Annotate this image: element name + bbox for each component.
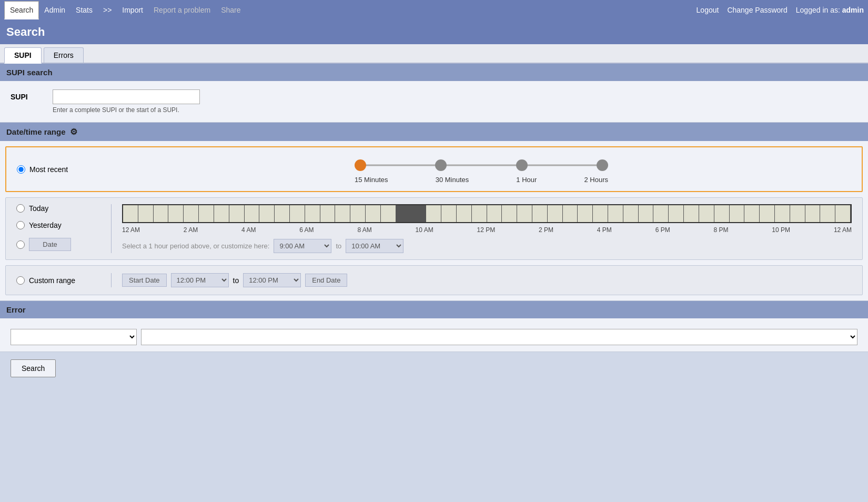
- timeline-segment[interactable]: [669, 205, 684, 222]
- most-recent-radio[interactable]: [17, 165, 25, 174]
- timeline-segment[interactable]: [760, 205, 775, 222]
- timeline-segment[interactable]: [805, 205, 821, 222]
- timeline-segment[interactable]: [290, 205, 305, 222]
- nav-stats[interactable]: Stats: [70, 2, 98, 18]
- timeline-segment[interactable]: [396, 205, 411, 222]
- timeline-segment[interactable]: [790, 205, 805, 222]
- timeline-segment[interactable]: [320, 205, 336, 222]
- end-date-button[interactable]: End Date: [305, 274, 347, 287]
- timeline-segment[interactable]: [229, 205, 245, 222]
- yesterday-label[interactable]: Yesterday: [16, 221, 111, 229]
- time-to-select[interactable]: 10:00 AM: [346, 239, 403, 253]
- timeline-segment[interactable]: [275, 205, 290, 222]
- username-display: admin: [842, 6, 864, 14]
- timeline-segment[interactable]: [593, 205, 608, 222]
- time-from-select[interactable]: 9:00 AM: [274, 239, 331, 253]
- timeline-segment[interactable]: [441, 205, 457, 222]
- slider-dot-1[interactable]: [435, 159, 447, 171]
- timeline-segment[interactable]: [457, 205, 472, 222]
- date-content-col: 12 AM2 AM4 AM6 AM8 AM10 AM12 PM2 PM4 PM6…: [111, 204, 852, 253]
- slider-dot-0[interactable]: [355, 159, 366, 171]
- slider-dot-2[interactable]: [516, 159, 528, 171]
- timeline-label: 8 AM: [357, 226, 371, 234]
- nav-search[interactable]: Search: [4, 1, 39, 19]
- timeline-segment[interactable]: [835, 205, 851, 222]
- nav-import[interactable]: Import: [117, 2, 148, 18]
- timeline-label: 6 PM: [655, 226, 670, 234]
- error-select-2[interactable]: [141, 329, 857, 345]
- supi-input[interactable]: [53, 89, 200, 104]
- timeline-segment[interactable]: [517, 205, 532, 222]
- date-button[interactable]: Date: [29, 238, 71, 251]
- timeline-segment[interactable]: [684, 205, 699, 222]
- custom-range-radio[interactable]: [16, 276, 25, 285]
- timeline-segment[interactable]: [730, 205, 745, 222]
- slider-dot-3[interactable]: [597, 159, 608, 171]
- datetime-header: Date/time range ⚙: [0, 123, 868, 141]
- timeline-segment[interactable]: [305, 205, 320, 222]
- gear-icon[interactable]: ⚙: [70, 127, 77, 137]
- timeline-segment[interactable]: [608, 205, 623, 222]
- nav-report[interactable]: Report a problem: [148, 2, 216, 18]
- timeline-segment[interactable]: [502, 205, 517, 222]
- timeline-segment[interactable]: [350, 205, 366, 222]
- yesterday-radio[interactable]: [16, 221, 25, 229]
- timeline-segment[interactable]: [168, 205, 184, 222]
- timeline-segment[interactable]: [123, 205, 138, 222]
- time-select-row: Select a 1 hour period above, or customi…: [122, 239, 852, 253]
- timeline-label: 12 AM: [834, 226, 852, 234]
- custom-range-label[interactable]: Custom range: [16, 276, 111, 285]
- timeline-segment[interactable]: [426, 205, 441, 222]
- timeline-segment[interactable]: [335, 205, 350, 222]
- timeline-bar[interactable]: [122, 204, 852, 223]
- date-options-row: Today Yesterday Date 12 AM2 AM4 AM6 AM8 …: [5, 197, 863, 260]
- today-radio[interactable]: [16, 204, 25, 213]
- timeline-segment[interactable]: [154, 205, 169, 222]
- nav-more[interactable]: >>: [98, 2, 117, 18]
- tab-supi[interactable]: SUPI: [4, 47, 42, 64]
- timeline-segment[interactable]: [639, 205, 654, 222]
- timeline-segment[interactable]: [532, 205, 548, 222]
- to-label-1: to: [336, 242, 341, 250]
- timeline-segment[interactable]: [563, 205, 578, 222]
- search-button[interactable]: Search: [11, 359, 56, 377]
- timeline-segment[interactable]: [199, 205, 214, 222]
- timeline-segment[interactable]: [487, 205, 502, 222]
- date-label[interactable]: Date: [16, 238, 111, 251]
- most-recent-label[interactable]: Most recent: [17, 165, 112, 174]
- logout-button[interactable]: Logout: [697, 6, 719, 14]
- timeline-segment[interactable]: [714, 205, 730, 222]
- timeline-segment[interactable]: [623, 205, 639, 222]
- tab-errors[interactable]: Errors: [44, 47, 84, 63]
- timeline-segment[interactable]: [184, 205, 199, 222]
- timeline-segment[interactable]: [214, 205, 229, 222]
- change-password-button[interactable]: Change Password: [727, 6, 787, 14]
- nav-share[interactable]: Share: [216, 2, 246, 18]
- timeline-segment[interactable]: [245, 205, 260, 222]
- timeline-segment[interactable]: [138, 205, 154, 222]
- slider-track: [360, 165, 602, 166]
- timeline-segment[interactable]: [381, 205, 396, 222]
- timeline-segment[interactable]: [259, 205, 275, 222]
- today-label[interactable]: Today: [16, 204, 111, 213]
- timeline-segment[interactable]: [411, 205, 426, 222]
- timeline-segment[interactable]: [744, 205, 760, 222]
- timeline-segment[interactable]: [578, 205, 593, 222]
- timeline-segment[interactable]: [548, 205, 563, 222]
- main-content: SUPI search SUPI Enter a complete SUPI o…: [0, 64, 868, 385]
- end-time-select[interactable]: 12:00 PM: [243, 273, 301, 287]
- start-date-button[interactable]: Start Date: [122, 274, 167, 287]
- date-radio[interactable]: [16, 240, 25, 249]
- nav-admin[interactable]: Admin: [39, 2, 70, 18]
- to-label-2: to: [233, 276, 239, 285]
- timeline-label: 10 AM: [416, 226, 433, 234]
- timeline-segment[interactable]: [699, 205, 714, 222]
- error-select-1[interactable]: [11, 329, 137, 345]
- logged-in-label: Logged in as: admin: [796, 6, 864, 14]
- timeline-segment[interactable]: [775, 205, 790, 222]
- timeline-segment[interactable]: [653, 205, 669, 222]
- start-time-select[interactable]: 12:00 PM: [171, 273, 229, 287]
- timeline-segment[interactable]: [366, 205, 381, 222]
- timeline-segment[interactable]: [820, 205, 835, 222]
- timeline-segment[interactable]: [472, 205, 487, 222]
